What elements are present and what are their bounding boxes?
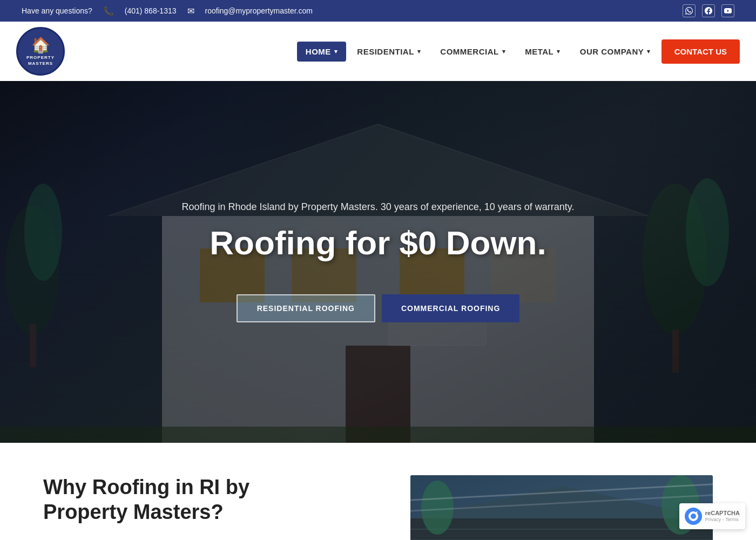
roof-photo-illustration xyxy=(410,475,713,540)
recaptcha-logo xyxy=(685,508,702,525)
nav-commercial[interactable]: COMMERCIAL ▾ xyxy=(431,42,514,62)
hero-tagline: Roofing in Rhode Island by Property Mast… xyxy=(181,201,574,213)
commercial-roofing-button[interactable]: COMMERCIAL ROOFING xyxy=(382,294,519,322)
below-hero-title: Why Roofing in RI by Property Masters? xyxy=(43,475,378,524)
hero-content: Roofing in Rhode Island by Property Mast… xyxy=(160,201,596,322)
roof-image xyxy=(410,475,713,540)
svg-point-30 xyxy=(421,481,454,535)
navbar: 🏠 PROPERTY MASTERS HOME ▾ RESIDENTIAL ▾ … xyxy=(0,22,756,81)
phone-icon: 📞 xyxy=(103,6,114,16)
question-text: Have any questions? xyxy=(22,6,92,15)
nav-residential[interactable]: RESIDENTIAL ▾ xyxy=(348,42,429,62)
recaptcha-text: reCAPTCHA Privacy - Terms xyxy=(705,509,740,523)
top-bar-contact-info: Have any questions? 📞 (401) 868-1313 ✉ r… xyxy=(22,6,313,16)
top-bar-social xyxy=(683,4,734,17)
below-hero-section: Why Roofing in RI by Property Masters? xyxy=(0,443,756,540)
youtube-icon[interactable] xyxy=(721,4,734,17)
email-icon: ✉ xyxy=(187,6,194,16)
whatsapp-icon[interactable] xyxy=(683,4,696,17)
phone-link[interactable]: (401) 868-1313 xyxy=(125,6,177,15)
email-link[interactable]: roofing@mypropertymaster.com xyxy=(205,6,313,15)
nav-our-company[interactable]: OUR COMPANY ▾ xyxy=(571,42,659,62)
metal-arrow-icon: ▾ xyxy=(557,48,561,55)
nav-menu: HOME ▾ RESIDENTIAL ▾ COMMERCIAL ▾ METAL … xyxy=(81,39,740,64)
residential-roofing-button[interactable]: RESIDENTIAL ROOFING xyxy=(237,294,375,322)
logo[interactable]: 🏠 PROPERTY MASTERS xyxy=(16,27,65,76)
hero-title: Roofing for $0 Down. xyxy=(181,224,574,262)
logo-text: PROPERTY MASTERS xyxy=(26,55,55,66)
logo-building-icon: 🏠 xyxy=(31,36,50,54)
nav-metal[interactable]: METAL ▾ xyxy=(516,42,569,62)
roof-image-placeholder xyxy=(410,475,713,540)
hero-buttons: RESIDENTIAL ROOFING COMMERCIAL ROOFING xyxy=(181,294,574,322)
commercial-arrow-icon: ▾ xyxy=(502,48,506,55)
below-hero-text: Why Roofing in RI by Property Masters? xyxy=(43,475,378,535)
hero-section: Roofing in Rhode Island by Property Mast… xyxy=(0,81,756,443)
our-company-arrow-icon: ▾ xyxy=(647,48,651,55)
nav-home[interactable]: HOME ▾ xyxy=(297,42,347,62)
residential-arrow-icon: ▾ xyxy=(417,48,421,55)
nav-contact-button[interactable]: CONTACT US xyxy=(662,39,740,64)
facebook-icon[interactable] xyxy=(702,4,715,17)
top-bar: Have any questions? 📞 (401) 868-1313 ✉ r… xyxy=(0,0,756,22)
recaptcha-badge: reCAPTCHA Privacy - Terms xyxy=(679,503,745,529)
svg-point-32 xyxy=(685,508,702,525)
home-arrow-icon: ▾ xyxy=(334,48,338,55)
